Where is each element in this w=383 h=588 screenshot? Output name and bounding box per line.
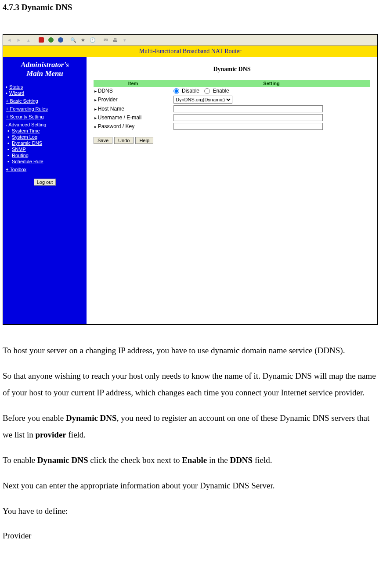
section-heading: 4.7.3 Dynamic DNS — [3, 3, 380, 12]
nav-forward-icon[interactable]: ► — [14, 36, 23, 44]
paragraph-3: Before you enable Dynamic DNS, you need … — [3, 410, 380, 443]
ddns-disable-label: Disable — [182, 88, 199, 94]
home-icon[interactable] — [56, 36, 65, 44]
sidebar-item-advanced-setting[interactable]: Advanced Setting — [6, 122, 84, 128]
paragraph-6: You have to define: — [3, 503, 380, 520]
sidebar-item-routing[interactable]: Routing — [6, 152, 84, 158]
dropdown-icon[interactable]: ▾ — [120, 36, 129, 44]
row-hostname: Host Name — [94, 104, 370, 113]
sidebar-item-toolbox[interactable]: Toolbox — [6, 166, 84, 172]
password-input[interactable] — [173, 123, 323, 130]
undo-button[interactable]: Undo — [114, 137, 134, 144]
p3-bold-provider: provider — [35, 430, 66, 439]
sidebar: Administrator's Main Menu Status Wizard … — [3, 57, 87, 324]
logout-button[interactable]: Log out — [34, 179, 56, 186]
sidebar-item-security-setting[interactable]: Security Setting — [6, 114, 84, 120]
header-item: Item — [94, 80, 173, 87]
sidebar-item-snmp[interactable]: SNMP — [6, 146, 84, 152]
sidebar-item-schedule-rule[interactable]: Schedule Rule — [6, 158, 84, 165]
hostname-input[interactable] — [173, 105, 323, 112]
separator — [35, 36, 35, 44]
label-hostname: Host Name — [94, 106, 173, 112]
row-username: Username / E-mail — [94, 113, 370, 122]
table-header-row: Item Setting — [94, 80, 370, 87]
row-ddns: DDNS Disable Enable — [94, 87, 370, 95]
label-password: Password / Key — [94, 123, 173, 129]
row-password: Password / Key — [94, 122, 370, 131]
p4-bold-enable: Enable — [182, 455, 207, 465]
search-icon[interactable]: 🔍 — [69, 36, 78, 44]
favorites-icon[interactable]: ★ — [79, 36, 87, 44]
p3-text-e: field. — [66, 430, 86, 439]
p3-bold-ddns: Dynamic DNS — [66, 413, 117, 423]
stop-icon[interactable] — [37, 36, 46, 44]
app-banner: Multi-Functional Broadband NAT Router — [3, 46, 377, 57]
sidebar-title: Administrator's Main Menu — [6, 59, 84, 82]
p4-bold-ddns: Dynamic DNS — [37, 455, 88, 465]
p4-text-c: click the check box next to — [88, 455, 182, 465]
label-provider: Provider — [94, 97, 173, 103]
nav-up-icon[interactable]: ▴ — [24, 36, 33, 44]
p4-text-e: in the — [207, 455, 230, 465]
sidebar-item-dynamic-dns[interactable]: Dynamic DNS — [6, 140, 84, 146]
sidebar-title-line2: Main Menu — [26, 69, 63, 78]
page-title: Dynamic DNS — [94, 61, 370, 80]
paragraph-7: Provider — [3, 527, 380, 544]
mail-icon[interactable]: ✉ — [101, 36, 110, 44]
paragraph-1: To host your server on a changing IP add… — [3, 342, 380, 359]
content-area: Dynamic DNS Item Setting DDNS Disable En… — [87, 57, 377, 324]
separator — [99, 36, 99, 44]
paragraph-4: To enable Dynamic DNS click the check bo… — [3, 452, 380, 469]
sidebar-item-status[interactable]: Status — [6, 84, 84, 90]
label-username: Username / E-mail — [94, 115, 173, 121]
sidebar-item-basic-setting[interactable]: Basic Setting — [6, 98, 84, 104]
sidebar-item-forwarding-rules[interactable]: Forwarding Rules — [6, 106, 84, 112]
save-button[interactable]: Save — [94, 137, 112, 144]
paragraph-5: Next you can enter the appropriate infor… — [3, 477, 380, 494]
help-button[interactable]: Help — [135, 137, 153, 144]
separator — [67, 36, 67, 44]
username-input[interactable] — [173, 114, 323, 121]
history-icon[interactable]: 🕘 — [88, 36, 97, 44]
ddns-disable-radio[interactable] — [173, 88, 179, 94]
provider-select[interactable]: DynDNS.org(Dynamic) — [173, 96, 232, 104]
paragraph-2: So that anyone wishing to reach your hos… — [3, 368, 380, 401]
p4-text-a: To enable — [3, 455, 37, 465]
nav-back-icon[interactable]: ◄ — [5, 36, 14, 44]
ddns-enable-label: Enable — [213, 88, 229, 94]
browser-toolbar: ◄ ► ▴ 🔍 ★ 🕘 ✉ 🖶 ▾ — [3, 35, 377, 46]
sidebar-item-system-time[interactable]: System Time — [6, 128, 84, 134]
p4-bold-ddnsfield: DDNS — [230, 455, 253, 465]
sidebar-title-line1: Administrator's — [21, 61, 69, 69]
refresh-icon[interactable] — [47, 36, 55, 44]
router-screenshot: ◄ ► ▴ 🔍 ★ 🕘 ✉ 🖶 ▾ Multi-Functional Broad… — [3, 34, 378, 325]
label-ddns: DDNS — [94, 88, 173, 94]
sidebar-item-system-log[interactable]: System Log — [6, 134, 84, 140]
sidebar-item-wizard[interactable]: Wizard — [6, 90, 84, 96]
row-provider: Provider DynDNS.org(Dynamic) — [94, 95, 370, 104]
header-setting: Setting — [173, 80, 370, 87]
p4-text-g: field. — [253, 455, 272, 465]
ddns-enable-radio[interactable] — [204, 88, 210, 94]
print-icon[interactable]: 🖶 — [111, 36, 119, 44]
p3-text-a: Before you enable — [3, 413, 66, 423]
